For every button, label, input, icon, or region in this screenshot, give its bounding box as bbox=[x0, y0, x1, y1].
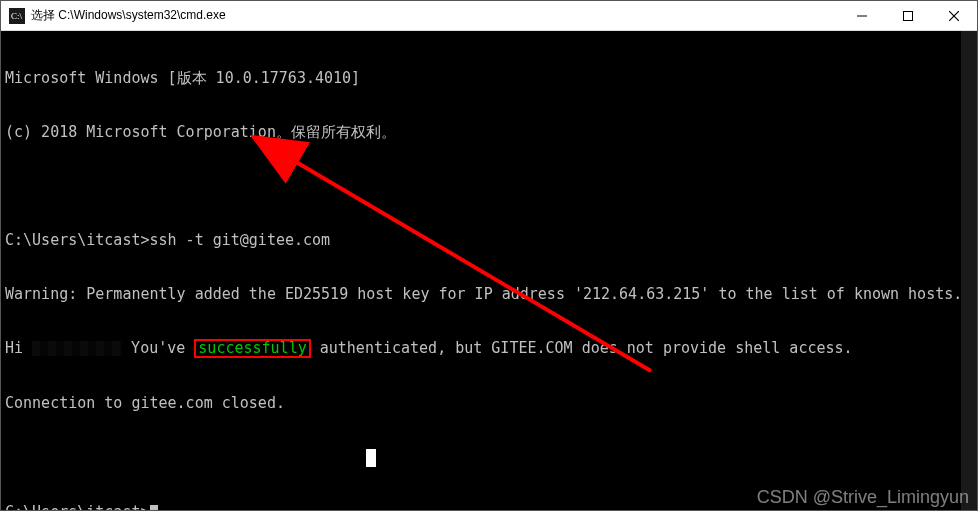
minimize-button[interactable] bbox=[839, 1, 885, 30]
cmd-window: C:\ 选择 C:\Windows\system32\cmd.exe Micro… bbox=[0, 0, 978, 511]
text-cursor bbox=[150, 505, 158, 511]
command-line-1: C:\Users\itcast>ssh -t git@gitee.com bbox=[5, 231, 973, 249]
svg-rect-3 bbox=[904, 11, 913, 20]
warning-line: Warning: Permanently added the ED25519 h… bbox=[5, 285, 973, 303]
maximize-button[interactable] bbox=[885, 1, 931, 30]
close-button[interactable] bbox=[931, 1, 977, 30]
command-line-2: C:\Users\itcast> bbox=[5, 503, 973, 511]
redacted-username bbox=[32, 341, 122, 356]
window-title: 选择 C:\Windows\system32\cmd.exe bbox=[31, 7, 839, 24]
version-line: Microsoft Windows [版本 10.0.17763.4010] bbox=[5, 69, 973, 87]
closed-line: Connection to gitee.com closed. bbox=[5, 394, 973, 412]
blank-line-2 bbox=[5, 448, 973, 467]
command-text: ssh -t git@gitee.com bbox=[150, 231, 331, 249]
terminal-area[interactable]: Microsoft Windows [版本 10.0.17763.4010] (… bbox=[1, 31, 977, 510]
prompt-1: C:\Users\itcast> bbox=[5, 231, 150, 249]
vertical-scrollbar[interactable] bbox=[961, 31, 977, 510]
prompt-2: C:\Users\itcast> bbox=[5, 503, 150, 511]
svg-text:C:\: C:\ bbox=[11, 11, 23, 21]
cmd-icon: C:\ bbox=[9, 8, 25, 24]
auth-line: Hi You've successfully authenticated, bu… bbox=[5, 339, 973, 358]
blank-line bbox=[5, 177, 973, 195]
hi-suffix: authenticated, but GITEE.COM does not pr… bbox=[311, 339, 853, 357]
annotation-arrow bbox=[1, 31, 977, 510]
selection-cursor bbox=[366, 449, 376, 467]
success-highlight: successfully bbox=[194, 339, 310, 358]
window-controls bbox=[839, 1, 977, 30]
hi-prefix: Hi bbox=[5, 339, 32, 357]
copyright-line: (c) 2018 Microsoft Corporation。保留所有权利。 bbox=[5, 123, 973, 141]
titlebar[interactable]: C:\ 选择 C:\Windows\system32\cmd.exe bbox=[1, 1, 977, 31]
hi-mid: You've bbox=[122, 339, 194, 357]
